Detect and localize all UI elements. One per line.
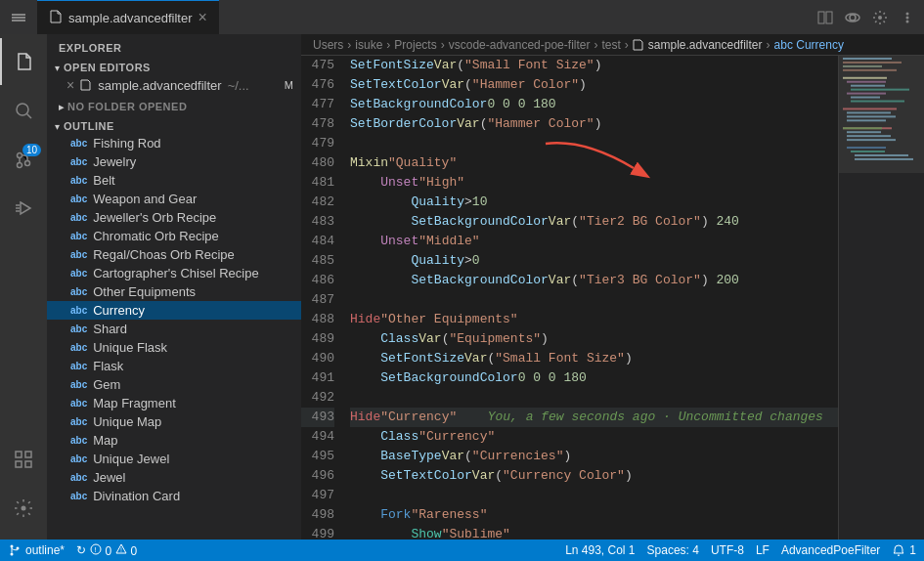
outline-item[interactable]: abc Jewel	[47, 468, 301, 487]
preview-button[interactable]	[844, 9, 861, 26]
code-line: Class Var("Equipments")	[350, 329, 838, 349]
outline-item[interactable]: abc Belt	[47, 171, 301, 190]
svg-rect-4	[826, 12, 832, 23]
code-line: SetBackgroundColor 0 0 0 180	[350, 95, 838, 114]
more-actions-button[interactable]	[899, 9, 916, 26]
activity-extensions[interactable]	[0, 436, 47, 483]
file-icon	[49, 10, 63, 26]
code-line: SetBackgroundColor Var("Tier2 BG Color")…	[350, 212, 838, 232]
outline-item[interactable]: abc Gem	[47, 375, 301, 394]
cursor-position: Ln 493, Col 1	[565, 543, 635, 557]
code-line: SetTextColor Var("Currency Color")	[350, 466, 838, 486]
svg-rect-19	[16, 452, 22, 457]
status-right: Ln 493, Col 1 Spaces: 4 UTF-8 LF Advance…	[565, 543, 916, 557]
abc-icon: abc	[70, 491, 87, 501]
open-editors-header[interactable]: ▾ OPEN EDITORS	[47, 60, 301, 75]
activity-search[interactable]	[0, 87, 47, 134]
status-encoding[interactable]: UTF-8	[711, 543, 744, 557]
activity-settings[interactable]	[0, 485, 47, 532]
activity-debug[interactable]	[0, 185, 47, 232]
tab-bar: sample.advancedfilter ×	[37, 0, 809, 34]
code-line: SetTextColor Var("Hammer Color")	[350, 75, 838, 95]
minimap-content	[839, 56, 924, 539]
encoding-label: UTF-8	[711, 543, 744, 557]
outline-item-label: Map Fragment	[93, 396, 176, 410]
abc-icon: abc	[70, 435, 87, 446]
code-line: Class "Currency"	[350, 427, 838, 447]
minimap	[838, 56, 924, 539]
chevron-down-icon-outline: ▾	[55, 121, 60, 132]
abc-icon: abc	[70, 138, 87, 149]
open-editors-label: OPEN EDITORS	[64, 62, 151, 73]
activity-explorer[interactable]	[0, 38, 47, 85]
branch-icon	[8, 543, 22, 557]
svg-point-5	[850, 15, 856, 21]
svg-point-12	[18, 153, 22, 158]
outline-item[interactable]: abc Other Equipments	[47, 282, 301, 301]
outline-item[interactable]: abc Shard	[47, 320, 301, 338]
outline-item-label: Shard	[93, 322, 127, 336]
outline-item[interactable]: abc Cartographer's Chisel Recipe	[47, 264, 301, 282]
status-sync[interactable]: ↻ ! 0 ! 0	[76, 543, 137, 558]
chevron-right-icon: ▸	[59, 102, 65, 112]
outline-item[interactable]: abc Unique Jewel	[47, 450, 301, 468]
svg-point-49	[11, 553, 14, 556]
outline-item[interactable]: abc Flask	[47, 357, 301, 375]
svg-rect-22	[25, 461, 31, 467]
svg-point-8	[906, 16, 909, 19]
svg-rect-0	[12, 14, 25, 16]
abc-icon: abc	[70, 305, 87, 316]
abc-icon: abc	[70, 342, 87, 353]
abc-icon: abc	[70, 175, 87, 186]
outline-item[interactable]: abc Map	[47, 431, 301, 450]
code-line: SetBackgroundColor Var("Tier3 BG Color")…	[350, 271, 838, 290]
settings-button[interactable]	[871, 9, 889, 26]
split-editor-button[interactable]	[816, 9, 834, 26]
outline-item[interactable]: abc Unique Flask	[47, 338, 301, 357]
status-position[interactable]: Ln 493, Col 1	[565, 543, 635, 557]
abc-icon: abc	[70, 416, 87, 427]
outline-item[interactable]: abc Map Fragment	[47, 394, 301, 412]
status-spaces[interactable]: Spaces: 4	[647, 543, 699, 557]
activity-sourcecontrol[interactable]: 10	[0, 136, 47, 183]
close-icon[interactable]: ×	[66, 77, 74, 93]
outline-item[interactable]: abc Regal/Choas Orb Recipe	[47, 245, 301, 264]
outline-item[interactable]: abc Currency	[47, 301, 301, 320]
code-line: Hide "Other Equipments"	[350, 310, 838, 329]
outline-item[interactable]: abc Jewelry	[47, 152, 301, 171]
outline-item-label: Unique Jewel	[93, 452, 169, 466]
editor-tab[interactable]: sample.advancedfilter ×	[37, 0, 219, 34]
code-editor[interactable]: 4754764774784794804814824834844854864874…	[301, 56, 924, 539]
tab-close-button[interactable]: ×	[198, 10, 206, 25]
breadcrumb-file-icon	[633, 39, 644, 51]
status-line-ending[interactable]: LF	[756, 543, 770, 557]
file-name: sample.advancedfilter	[98, 78, 221, 93]
outline-item[interactable]: abc Fishing Rod	[47, 134, 301, 152]
svg-marker-15	[21, 202, 30, 214]
outline-item[interactable]: abc Divination Card	[47, 487, 301, 505]
open-file-item[interactable]: × sample.advancedfilter ~/... M	[47, 75, 301, 95]
outline-header[interactable]: ▾ OUTLINE	[47, 118, 301, 134]
outline-item-label: Cartographer's Chisel Recipe	[93, 266, 258, 280]
code-content[interactable]: SetFontSize Var("Small Font Size")SetTex…	[342, 56, 838, 539]
status-bell[interactable]: 1	[892, 543, 916, 557]
outline-item[interactable]: abc Unique Map	[47, 412, 301, 431]
svg-rect-3	[818, 12, 824, 23]
branch-name: outline*	[25, 543, 65, 557]
status-language[interactable]: AdvancedPoeFilter	[781, 543, 880, 557]
outline-item-label: Belt	[93, 173, 114, 188]
outline-item-label: Fishing Rod	[93, 136, 160, 151]
status-branch[interactable]: outline*	[8, 543, 65, 557]
outline-item[interactable]: abc Weapon and Gear	[47, 190, 301, 208]
svg-text:!: !	[95, 545, 97, 554]
outline-item-label: Chromatic Orb Recipe	[93, 229, 219, 243]
code-line	[350, 134, 838, 153]
outline-item[interactable]: abc Jeweller's Orb Recipe	[47, 208, 301, 227]
line-numbers: 4754764774784794804814824834844854864874…	[301, 56, 342, 539]
abc-icon: abc	[70, 324, 87, 334]
outline-item-label: Flask	[93, 359, 123, 373]
code-line	[350, 290, 838, 310]
outline-item[interactable]: abc Chromatic Orb Recipe	[47, 227, 301, 245]
status-left: outline* ↻ ! 0 ! 0	[8, 543, 137, 558]
svg-rect-21	[16, 461, 22, 467]
